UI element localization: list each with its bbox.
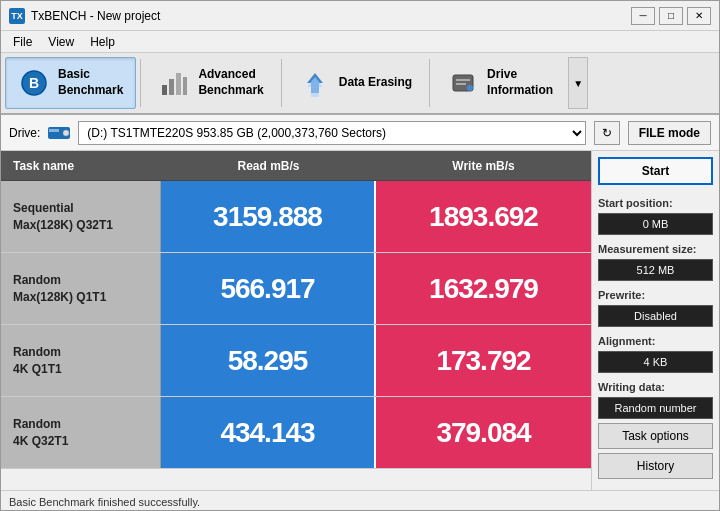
col-write: Write mB/s (376, 155, 591, 177)
drive-information-icon (447, 67, 479, 99)
svg-point-14 (63, 130, 69, 136)
task-options-button[interactable]: Task options (598, 423, 713, 449)
write-cell-3: 379.084 (376, 397, 591, 468)
svg-rect-3 (169, 79, 174, 95)
main-content: Task name Read mB/s Write mB/s Sequentia… (1, 151, 719, 490)
status-message: Basic Benchmark finished successfully. (9, 496, 200, 508)
maximize-button[interactable]: □ (659, 7, 683, 25)
table-rows-container: SequentialMax(128K) Q32T1 3159.888 1893.… (1, 181, 591, 469)
read-cell-2: 58.295 (161, 325, 376, 396)
prewrite-value: Disabled (598, 305, 713, 327)
read-value-2: 58.295 (228, 345, 308, 377)
svg-rect-5 (183, 77, 187, 95)
svg-text:B: B (29, 75, 39, 91)
drive-refresh-button[interactable]: ↻ (594, 121, 620, 145)
drive-information-label: DriveInformation (487, 67, 553, 98)
write-value-0: 1893.692 (429, 201, 538, 233)
menu-help[interactable]: Help (82, 33, 123, 51)
table-header: Task name Read mB/s Write mB/s (1, 151, 591, 181)
write-cell-1: 1632.979 (376, 253, 591, 324)
table-row: Random4K Q32T1 434.143 379.084 (1, 397, 591, 469)
toolbar-sep-3 (429, 59, 430, 107)
row-label-0: SequentialMax(128K) Q32T1 (1, 181, 161, 252)
col-read: Read mB/s (161, 155, 376, 177)
measurement-size-value: 512 MB (598, 259, 713, 281)
svg-point-11 (467, 85, 473, 91)
drive-icon (48, 126, 70, 140)
title-text: TxBENCH - New project (31, 9, 160, 23)
drive-label: Drive: (9, 126, 40, 140)
title-controls: ─ □ ✕ (631, 7, 711, 25)
svg-rect-13 (49, 129, 59, 132)
measurement-size-label: Measurement size: (598, 243, 713, 255)
toolbar: B BasicBenchmark AdvancedBenchmark Data … (1, 53, 719, 115)
svg-rect-10 (456, 83, 466, 85)
write-value-3: 379.084 (436, 417, 530, 449)
start-position-value: 0 MB (598, 213, 713, 235)
table-row: Random4K Q1T1 58.295 173.792 (1, 325, 591, 397)
read-value-3: 434.143 (220, 417, 314, 449)
start-position-label: Start position: (598, 197, 713, 209)
writing-data-label: Writing data: (598, 381, 713, 393)
alignment-value: 4 KB (598, 351, 713, 373)
results-area: Task name Read mB/s Write mB/s Sequentia… (1, 151, 591, 490)
alignment-label: Alignment: (598, 335, 713, 347)
right-panel: Start Start position: 0 MB Measurement s… (591, 151, 719, 490)
toolbar-basic-benchmark[interactable]: B BasicBenchmark (5, 57, 136, 109)
title-bar: TX TxBENCH - New project ─ □ ✕ (1, 1, 719, 31)
write-cell-0: 1893.692 (376, 181, 591, 252)
writing-data-value: Random number (598, 397, 713, 419)
file-mode-button[interactable]: FILE mode (628, 121, 711, 145)
advanced-benchmark-icon (158, 67, 190, 99)
data-erasing-icon (299, 67, 331, 99)
row-label-3: Random4K Q32T1 (1, 397, 161, 468)
toolbar-sep-2 (281, 59, 282, 107)
basic-benchmark-label: BasicBenchmark (58, 67, 123, 98)
svg-rect-4 (176, 73, 181, 95)
history-button[interactable]: History (598, 453, 713, 479)
toolbar-drive-information[interactable]: DriveInformation (434, 57, 566, 109)
prewrite-label: Prewrite: (598, 289, 713, 301)
menu-view[interactable]: View (40, 33, 82, 51)
row-label-2: Random4K Q1T1 (1, 325, 161, 396)
write-value-1: 1632.979 (429, 273, 538, 305)
col-task-name: Task name (1, 155, 161, 177)
toolbar-data-erasing[interactable]: Data Erasing (286, 57, 425, 109)
write-value-2: 173.792 (436, 345, 530, 377)
read-cell-1: 566.917 (161, 253, 376, 324)
toolbar-sep-1 (140, 59, 141, 107)
write-cell-2: 173.792 (376, 325, 591, 396)
read-cell-3: 434.143 (161, 397, 376, 468)
table-row: SequentialMax(128K) Q32T1 3159.888 1893.… (1, 181, 591, 253)
data-erasing-label: Data Erasing (339, 75, 412, 91)
status-bar: Basic Benchmark finished successfully. (1, 490, 719, 511)
svg-rect-9 (456, 79, 470, 81)
menu-bar: File View Help (1, 31, 719, 53)
basic-benchmark-icon: B (18, 67, 50, 99)
start-button[interactable]: Start (598, 157, 713, 185)
title-bar-left: TX TxBENCH - New project (9, 8, 160, 24)
svg-marker-7 (307, 77, 323, 97)
drive-bar: Drive: (D:) TS1TMTE220S 953.85 GB (2,000… (1, 115, 719, 151)
app-icon: TX (9, 8, 25, 24)
toolbar-dropdown[interactable]: ▼ (568, 57, 588, 109)
minimize-button[interactable]: ─ (631, 7, 655, 25)
table-row: RandomMax(128K) Q1T1 566.917 1632.979 (1, 253, 591, 325)
close-button[interactable]: ✕ (687, 7, 711, 25)
advanced-benchmark-label: AdvancedBenchmark (198, 67, 263, 98)
results-table: Task name Read mB/s Write mB/s Sequentia… (1, 151, 591, 490)
toolbar-advanced-benchmark[interactable]: AdvancedBenchmark (145, 57, 276, 109)
read-value-1: 566.917 (220, 273, 314, 305)
svg-rect-2 (162, 85, 167, 95)
drive-select[interactable]: (D:) TS1TMTE220S 953.85 GB (2,000,373,76… (78, 121, 585, 145)
menu-file[interactable]: File (5, 33, 40, 51)
read-value-0: 3159.888 (213, 201, 322, 233)
row-label-1: RandomMax(128K) Q1T1 (1, 253, 161, 324)
read-cell-0: 3159.888 (161, 181, 376, 252)
